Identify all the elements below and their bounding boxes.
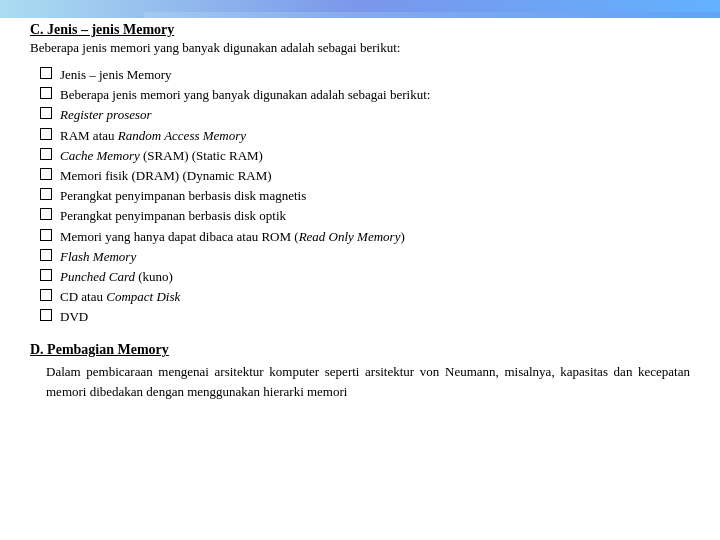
list-item: Register prosesor bbox=[40, 106, 690, 124]
list-item-text: Memori fisik (DRAM) (Dynamic RAM) bbox=[60, 167, 272, 185]
list-item: Memori yang hanya dapat dibaca atau ROM … bbox=[40, 228, 690, 246]
bullet-box bbox=[40, 188, 52, 200]
italic-text: Cache Memory bbox=[60, 148, 140, 163]
list-item-text: Perangkat penyimpanan berbasis disk magn… bbox=[60, 187, 306, 205]
list-item: CD atau Compact Disk bbox=[40, 288, 690, 306]
list-item-text: RAM atau Random Access Memory bbox=[60, 127, 246, 145]
bullet-box bbox=[40, 289, 52, 301]
list-item-text: Punched Card (kuno) bbox=[60, 268, 173, 286]
bullet-box bbox=[40, 269, 52, 281]
bullet-box bbox=[40, 148, 52, 160]
section-d-header: D. Pembagian Memory bbox=[30, 342, 690, 358]
italic-text-flash-memory: Flash Memory bbox=[60, 249, 136, 264]
italic-text: Read Only Memory bbox=[299, 229, 401, 244]
bullet-box bbox=[40, 309, 52, 321]
section-c-intro: Beberapa jenis memori yang banyak diguna… bbox=[30, 40, 690, 56]
list-item: DVD bbox=[40, 308, 690, 326]
italic-text: Compact Disk bbox=[106, 289, 180, 304]
list-item: Jenis – jenis Memory bbox=[40, 66, 690, 84]
bullet-list: Jenis – jenis Memory Beberapa jenis memo… bbox=[40, 66, 690, 326]
bullet-box bbox=[40, 168, 52, 180]
bullet-box bbox=[40, 249, 52, 261]
list-item-text: Jenis – jenis Memory bbox=[60, 66, 172, 84]
list-item-flash-memory: Flash Memory bbox=[40, 248, 690, 266]
list-item: Perangkat penyimpanan berbasis disk magn… bbox=[40, 187, 690, 205]
section-d-body: Dalam pembicaraan mengenai arsitektur ko… bbox=[46, 362, 690, 401]
italic-text: Random Access Memory bbox=[118, 128, 246, 143]
list-item: RAM atau Random Access Memory bbox=[40, 127, 690, 145]
list-item-text: Beberapa jenis memori yang banyak diguna… bbox=[60, 86, 430, 104]
list-item: Memori fisik (DRAM) (Dynamic RAM) bbox=[40, 167, 690, 185]
list-item-text: Memori yang hanya dapat dibaca atau ROM … bbox=[60, 228, 405, 246]
bullet-box bbox=[40, 87, 52, 99]
bullet-box bbox=[40, 107, 52, 119]
bullet-box bbox=[40, 128, 52, 140]
list-item: Beberapa jenis memori yang banyak diguna… bbox=[40, 86, 690, 104]
list-item-text: Cache Memory (SRAM) (Static RAM) bbox=[60, 147, 263, 165]
list-item-text: DVD bbox=[60, 308, 88, 326]
list-item-text: Perangkat penyimpanan berbasis disk opti… bbox=[60, 207, 286, 225]
list-item-text: CD atau Compact Disk bbox=[60, 288, 180, 306]
italic-text: Punched Card bbox=[60, 269, 135, 284]
list-item-text: Register prosesor bbox=[60, 106, 152, 124]
bullet-box bbox=[40, 208, 52, 220]
list-item: Perangkat penyimpanan berbasis disk opti… bbox=[40, 207, 690, 225]
italic-text: Register prosesor bbox=[60, 107, 152, 122]
list-item: Punched Card (kuno) bbox=[40, 268, 690, 286]
bullet-box bbox=[40, 67, 52, 79]
main-content: C. Jenis – jenis Memory Beberapa jenis m… bbox=[0, 0, 720, 421]
section-c-header: C. Jenis – jenis Memory bbox=[30, 22, 690, 38]
bullet-box bbox=[40, 229, 52, 241]
list-item: Cache Memory (SRAM) (Static RAM) bbox=[40, 147, 690, 165]
list-item-text: Flash Memory bbox=[60, 248, 136, 266]
